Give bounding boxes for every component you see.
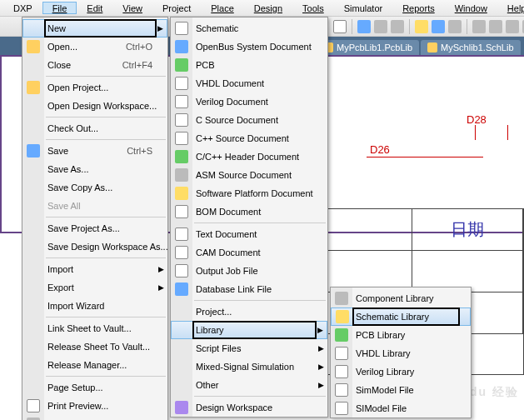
- menu-edit[interactable]: Edit: [77, 2, 112, 14]
- new-bom[interactable]: BOM Document: [171, 202, 327, 221]
- asm-icon: [175, 168, 188, 182]
- new-cam[interactable]: CAM Document: [171, 243, 327, 262]
- new-openbus[interactable]: OpenBus System Document: [171, 38, 327, 56]
- menu-place[interactable]: Place: [201, 2, 244, 14]
- new-vhdl[interactable]: VHDL Document: [171, 74, 327, 92]
- header-icon: [175, 150, 188, 163]
- cam-icon: [175, 246, 188, 259]
- lib-vhdl[interactable]: VHDL Library: [331, 344, 471, 362]
- net-label-d28[interactable]: D28: [467, 113, 487, 126]
- file-save-project-as[interactable]: Save Project As...: [22, 219, 167, 238]
- file-link-vault[interactable]: Link Sheet to Vault...: [22, 319, 167, 338]
- new-c-source[interactable]: C Source Document: [171, 111, 327, 129]
- net-icon[interactable]: [432, 20, 445, 33]
- file-page-setup[interactable]: Page Setup...: [22, 378, 167, 397]
- print-preview-icon: [27, 399, 40, 412]
- file-check-out[interactable]: Check Out...: [22, 119, 167, 138]
- new-text[interactable]: Text Document: [171, 225, 327, 243]
- new-library[interactable]: Library▶: [171, 321, 327, 339]
- file-save[interactable]: SaveCtrl+S: [22, 142, 167, 160]
- lib-simodel[interactable]: SIModel File: [331, 399, 471, 418]
- browse-icon[interactable]: [357, 20, 371, 33]
- open-project-icon: [27, 81, 40, 94]
- new-swplatform[interactable]: Software Platform Document: [171, 184, 327, 202]
- menu-window[interactable]: Window: [445, 2, 497, 14]
- file-open-workspace[interactable]: Open Design Workspace...: [22, 97, 167, 115]
- new-asm[interactable]: ASM Source Document: [171, 166, 327, 184]
- file-save-all[interactable]: Save All: [22, 197, 167, 215]
- file-release-vault[interactable]: Release Sheet To Vault...: [22, 338, 167, 356]
- file-print[interactable]: Print...Ctrl+P: [22, 415, 167, 420]
- file-save-as[interactable]: Save As...: [22, 160, 167, 178]
- menu-dxp[interactable]: DXP: [3, 2, 42, 14]
- part-icon[interactable]: [506, 20, 519, 33]
- menu-reports[interactable]: Reports: [392, 2, 445, 14]
- new-schematic[interactable]: Schematic: [171, 19, 327, 38]
- file-import[interactable]: Import▶: [22, 260, 167, 278]
- verilog-icon: [175, 95, 188, 108]
- new-cpp-source[interactable]: C++ Source Document: [171, 129, 327, 148]
- simodel-icon: [335, 402, 348, 415]
- file-new[interactable]: New▶: [22, 19, 167, 38]
- file-print-preview[interactable]: Print Preview...: [22, 397, 167, 415]
- file-close[interactable]: CloseCtrl+F4: [22, 56, 167, 74]
- menu-tools[interactable]: Tools: [292, 2, 334, 14]
- file-save-workspace-as[interactable]: Save Design Workspace As...: [22, 238, 167, 256]
- wire-icon[interactable]: [415, 20, 428, 33]
- lib-schematic[interactable]: Schematic Library: [331, 308, 471, 326]
- output-icon: [175, 264, 188, 278]
- file-save-copy-as[interactable]: Save Copy As...: [22, 178, 167, 197]
- new-output-job[interactable]: Output Job File: [171, 262, 327, 280]
- new-verilog[interactable]: Verilog Document: [171, 92, 327, 111]
- swplat-icon: [175, 187, 188, 200]
- power-icon[interactable]: [489, 20, 502, 33]
- open-icon: [27, 40, 40, 53]
- cpp-icon: [175, 132, 188, 145]
- new-pcb[interactable]: PCB: [171, 56, 327, 74]
- simmodel-icon: [335, 383, 348, 397]
- new-cpp-header[interactable]: C/C++ Header Document: [171, 148, 327, 166]
- bus-icon[interactable]: [448, 20, 462, 33]
- port-icon[interactable]: [472, 20, 486, 33]
- lib-verilog[interactable]: Verilog Library: [331, 362, 471, 381]
- pcb-icon: [175, 58, 188, 72]
- menu-project[interactable]: Project: [152, 2, 201, 14]
- filter-icon[interactable]: [374, 20, 387, 33]
- lib-pcb[interactable]: PCB Library: [331, 326, 471, 344]
- submenu-arrow-icon: ▶: [318, 362, 324, 371]
- lib-simmodel[interactable]: SimModel File: [331, 381, 471, 399]
- tab-schlib[interactable]: MySchlib1.SchLib: [421, 40, 520, 55]
- file-menu: New▶ Open...Ctrl+O CloseCtrl+F4 Open Pro…: [22, 17, 168, 420]
- lib-component[interactable]: Component Library: [331, 289, 471, 308]
- verilog-lib-icon: [335, 365, 348, 378]
- menu-view[interactable]: View: [112, 2, 152, 14]
- tool-icon[interactable]: [333, 20, 347, 33]
- new-design-workspace[interactable]: Design Workspace: [171, 398, 327, 417]
- file-import-wizard[interactable]: Import Wizard: [22, 297, 167, 315]
- net-label-d26[interactable]: D26: [370, 143, 390, 156]
- new-other[interactable]: Other▶: [171, 376, 327, 394]
- new-mixed-signal[interactable]: Mixed-Signal Simulation▶: [171, 358, 327, 376]
- highlight-icon[interactable]: [391, 20, 404, 33]
- file-release-manager[interactable]: Release Manager...: [22, 356, 167, 374]
- menu-help[interactable]: Help: [497, 2, 524, 14]
- file-open-project[interactable]: Open Project...: [22, 78, 167, 97]
- file-open[interactable]: Open...Ctrl+O: [22, 38, 167, 56]
- menu-file[interactable]: File: [42, 2, 77, 14]
- tab-pcblib[interactable]: MyPcbLib1.PcbLib: [317, 40, 419, 55]
- submenu-arrow-icon: ▶: [317, 326, 323, 334]
- vhdl-icon: [175, 77, 188, 90]
- file-export[interactable]: Export▶: [22, 278, 167, 297]
- new-dblink[interactable]: Database Link File: [171, 280, 327, 298]
- text-icon: [175, 228, 188, 241]
- openbus-icon: [175, 40, 188, 53]
- menu-simulator[interactable]: Simulator: [334, 2, 392, 14]
- new-script-files[interactable]: Script Files▶: [171, 339, 327, 358]
- schlib-icon: [427, 42, 437, 52]
- workspace-icon: [175, 401, 188, 414]
- submenu-arrow-icon: ▶: [318, 381, 324, 389]
- c-icon: [175, 113, 188, 127]
- new-project[interactable]: Project...: [171, 302, 327, 321]
- menu-design[interactable]: Design: [244, 2, 292, 14]
- submenu-arrow-icon: ▶: [318, 344, 324, 352]
